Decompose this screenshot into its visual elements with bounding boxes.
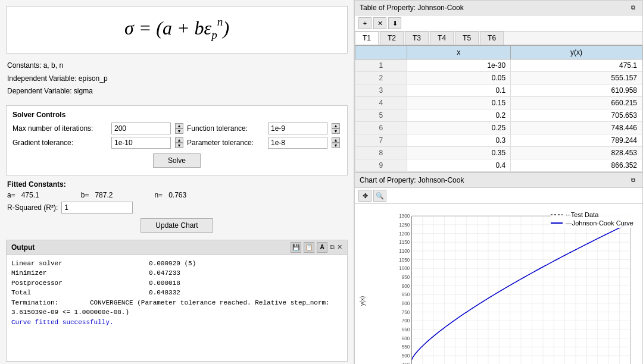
a-value: 475.1: [21, 191, 39, 199]
table-cell: 0.2: [407, 109, 510, 122]
table-header: x: [407, 46, 510, 59]
chart-undock-icon[interactable]: ⧉: [628, 175, 638, 185]
solver-title: Solver Controls: [13, 111, 341, 119]
b-value: 787.2: [95, 191, 113, 199]
param-tol-spinner[interactable]: ▲ ▼: [332, 137, 340, 148]
table-panel-title: Table of Property: Johnson-Cook: [360, 4, 464, 12]
chart-toolbar: ✥ 🔍: [355, 188, 642, 204]
chart-panel-header: Chart of Property: Johnson-Cook ⧉: [355, 173, 642, 188]
rsquared-input[interactable]: [61, 202, 133, 214]
solve-button[interactable]: Solve: [153, 153, 201, 168]
func-tol-input[interactable]: [268, 123, 327, 134]
table-cell: 660.215: [511, 97, 642, 109]
svg-text:750: 750: [402, 310, 410, 315]
table-cell: 0.35: [407, 147, 510, 159]
svg-text:550: 550: [402, 344, 410, 350]
param-tol-input[interactable]: [268, 137, 327, 149]
max-iter-spinner[interactable]: ▲ ▼: [175, 123, 183, 134]
grad-tol-spinner[interactable]: ▲ ▼: [175, 137, 183, 148]
tab-t2[interactable]: T2: [380, 32, 404, 45]
svg-text:1300: 1300: [399, 214, 410, 219]
tab-t5[interactable]: T5: [455, 32, 479, 45]
table-cell: 705.653: [511, 109, 642, 122]
a-label: a=: [7, 191, 15, 199]
legend-test-data: ···Test Data: [551, 211, 633, 218]
output-undock-icon[interactable]: ⧉: [330, 243, 335, 251]
legend-test-line: [551, 214, 563, 215]
func-tol-up[interactable]: ▲: [332, 123, 340, 128]
output-close-icon[interactable]: ✕: [337, 243, 342, 251]
svg-text:1050: 1050: [399, 258, 410, 263]
table-import-btn[interactable]: ⬇: [388, 17, 401, 29]
svg-text:850: 850: [402, 292, 410, 297]
func-tol-spinner[interactable]: ▲ ▼: [332, 123, 340, 134]
table-row: 40.15660.215: [355, 97, 642, 109]
table-cell: 0.1: [407, 84, 510, 97]
dependent-label: Dependent Variable: sigma: [7, 85, 347, 98]
svg-text:1150: 1150: [399, 240, 410, 245]
max-iter-row: Max number of iterations: ▲ ▼ Function t…: [13, 123, 341, 134]
output-save-icon[interactable]: 💾: [291, 242, 301, 253]
output-controls: 💾 📋 A ⧉ ✕: [291, 242, 342, 253]
grad-tol-label: Gradient tolerance:: [13, 139, 108, 147]
output-line: Linear solver 0.000920 (5): [11, 259, 342, 269]
func-tol-down[interactable]: ▼: [332, 128, 340, 134]
svg-text:1200: 1200: [399, 231, 410, 237]
variables-section: Constants: a, b, n Independent Variable:…: [0, 57, 354, 103]
rsquared-row: R-Squared (R²):: [7, 202, 347, 214]
output-copy-icon[interactable]: 📋: [304, 242, 314, 253]
max-iter-up[interactable]: ▲: [175, 123, 183, 128]
svg-text:1250: 1250: [399, 222, 410, 228]
grad-tol-row: Gradient tolerance: ▲ ▼ Parameter tolera…: [13, 137, 341, 149]
max-iter-input[interactable]: [111, 123, 171, 134]
solver-section: Solver Controls Max number of iterations…: [6, 105, 348, 175]
svg-text:800: 800: [402, 301, 410, 306]
table-row: 50.2705.653: [355, 109, 642, 122]
tab-t4[interactable]: T4: [430, 32, 454, 45]
table-cell: 0.15: [407, 97, 510, 109]
chart-pan-btn[interactable]: ✥: [358, 190, 372, 202]
grad-tol-input[interactable]: [111, 137, 171, 149]
n-value: 0.763: [168, 191, 186, 199]
table-header-icons: ⧉: [628, 3, 638, 12]
table-row: 11e-30475.1: [355, 59, 642, 72]
solve-btn-row: Solve: [13, 153, 341, 168]
tab-t1[interactable]: T1: [355, 32, 379, 45]
output-line: Minimizer 0.047233: [11, 268, 342, 278]
formula-text: σ = (a + bεpn): [124, 17, 229, 42]
param-tol-down[interactable]: ▼: [332, 143, 340, 148]
table-cell: 0.05: [407, 72, 510, 84]
chart-legend: ···Test Data —Johnson-Cook Curve: [551, 211, 633, 228]
fitted-title: Fitted Constants:: [7, 180, 347, 189]
table-cell: 5: [355, 109, 407, 122]
tab-t6[interactable]: T6: [480, 32, 504, 45]
update-btn-row: Update Chart: [7, 218, 347, 233]
table-cell: 748.446: [511, 122, 642, 134]
table-cell: 1e-30: [407, 59, 510, 72]
svg-text:1100: 1100: [399, 249, 410, 254]
table-cell: 789.244: [511, 134, 642, 147]
data-table: xy(x)11e-30475.120.05555.15730.1610.9584…: [355, 45, 642, 172]
update-chart-button[interactable]: Update Chart: [141, 218, 213, 233]
legend-test-label: ···Test Data: [566, 211, 599, 218]
param-tol-up[interactable]: ▲: [332, 137, 340, 143]
table-cell: 828.453: [511, 147, 642, 159]
chart-zoom-btn[interactable]: 🔍: [373, 190, 386, 202]
table-cell: 0.3: [407, 134, 510, 147]
output-content: Linear solver 0.000920 (5)Minimizer 0.04…: [7, 255, 347, 361]
tab-t3[interactable]: T3: [405, 32, 429, 45]
table-delete-btn[interactable]: ✕: [373, 17, 386, 29]
table-header: y(x): [511, 46, 642, 59]
output-font-icon[interactable]: A: [317, 242, 327, 253]
table-cell: 7: [355, 134, 407, 147]
grad-tol-up[interactable]: ▲: [175, 137, 183, 143]
grad-tol-down[interactable]: ▼: [175, 143, 183, 148]
table-toolbar: + ✕ ⬇: [355, 15, 642, 32]
table-panel-header: Table of Property: Johnson-Cook ⧉: [355, 1, 642, 15]
table-cell: 610.958: [511, 84, 642, 97]
table-cell: 4: [355, 97, 407, 109]
table-add-btn[interactable]: +: [358, 17, 372, 29]
table-row: 80.35828.453: [355, 147, 642, 159]
max-iter-down[interactable]: ▼: [175, 128, 183, 134]
table-undock-icon[interactable]: ⧉: [628, 3, 638, 12]
